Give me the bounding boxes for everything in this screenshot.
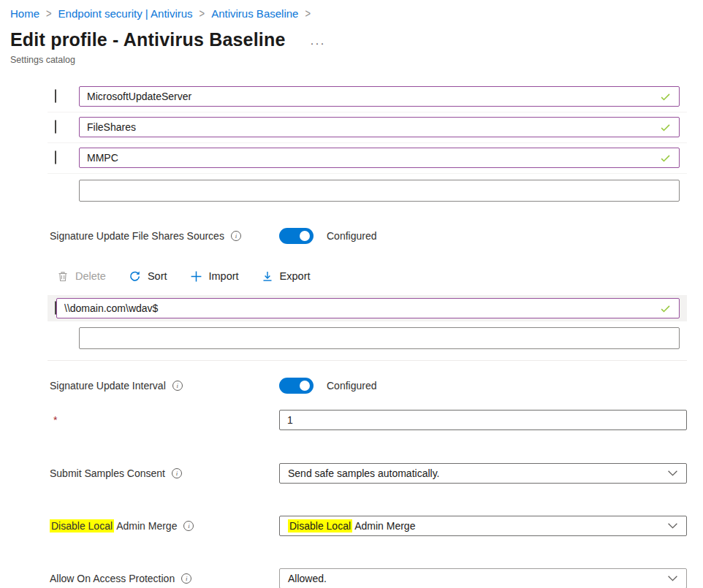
export-label: Export xyxy=(280,270,311,282)
interval-value: 1 xyxy=(287,414,293,426)
new-share-input[interactable] xyxy=(79,327,680,349)
valid-check-icon xyxy=(659,152,672,164)
info-icon[interactable]: i xyxy=(181,573,191,584)
search-highlight: Disable Local xyxy=(50,519,114,532)
setting-label: Disable Local Admin Merge xyxy=(50,520,177,532)
submit-samples-setting: Submit Samples Consent i Send safe sampl… xyxy=(48,463,687,484)
share-input[interactable]: \\domain.com\wdav$ xyxy=(56,298,680,318)
download-icon xyxy=(262,270,273,283)
chevron-down-icon xyxy=(667,520,678,532)
delete-label: Delete xyxy=(75,270,106,282)
share-value: \\domain.com\wdav$ xyxy=(64,302,653,314)
list-item: FileShares xyxy=(48,112,687,143)
on-access-protection-dropdown[interactable]: Allowed. xyxy=(279,568,687,588)
import-button[interactable]: Import xyxy=(190,270,239,283)
chevron-down-icon xyxy=(667,467,678,479)
valid-check-icon xyxy=(659,302,672,315)
valid-check-icon xyxy=(659,121,672,134)
on-access-protection-setting: Allow On Access Protection i Allowed. xyxy=(48,568,687,588)
edit-profile-page: Home > Endpoint security | Antivirus > A… xyxy=(0,0,703,588)
setting-label: Signature Update Interval xyxy=(50,380,166,392)
breadcrumb-home[interactable]: Home xyxy=(10,7,39,20)
plus-icon xyxy=(190,270,202,283)
disable-local-admin-merge-setting: Disable Local Admin Merge i Disable Loca… xyxy=(48,516,687,536)
file-shares-sources-setting: Signature Update File Shares Sources i C… xyxy=(48,228,687,244)
export-button[interactable]: Export xyxy=(262,270,311,283)
toggle-state-label: Configured xyxy=(327,230,377,242)
list-item-selected: \\domain.com\wdav$ xyxy=(48,295,687,321)
search-highlight: Disable Local xyxy=(288,519,352,532)
breadcrumb-endpoint-security[interactable]: Endpoint security | Antivirus xyxy=(58,7,193,20)
list-item-empty xyxy=(48,174,687,207)
configured-toggle[interactable] xyxy=(279,228,314,244)
toggle-state-label: Configured xyxy=(327,380,377,392)
selected-option: Disable Local Admin Merge xyxy=(288,520,415,532)
info-icon[interactable]: i xyxy=(172,381,183,391)
source-input[interactable]: MMPC xyxy=(79,148,680,168)
interval-value-row: * 1 xyxy=(48,410,687,430)
sort-button[interactable]: Sort xyxy=(129,270,167,283)
info-icon[interactable]: i xyxy=(231,231,241,241)
selected-option: Send safe samples automatically. xyxy=(288,467,440,479)
section-divider xyxy=(48,360,687,361)
submit-samples-dropdown[interactable]: Send safe samples automatically. xyxy=(279,463,687,484)
selected-option: Allowed. xyxy=(288,573,327,584)
more-menu-ellipsis-icon[interactable]: ··· xyxy=(311,37,326,49)
source-value: MMPC xyxy=(87,152,653,164)
chevron-down-icon xyxy=(667,573,678,584)
configured-toggle[interactable] xyxy=(279,378,314,394)
source-input[interactable]: MicrosoftUpdateServer xyxy=(79,86,680,107)
trash-icon xyxy=(57,270,69,283)
valid-check-icon xyxy=(659,91,672,103)
source-value: FileShares xyxy=(87,121,653,133)
setting-label: Submit Samples Consent xyxy=(50,467,165,479)
list-item: MicrosoftUpdateServer xyxy=(48,82,687,112)
row-checkbox[interactable] xyxy=(55,150,56,164)
breadcrumb-antivirus-baseline[interactable]: Antivirus Baseline xyxy=(211,7,298,20)
list-item: MMPC xyxy=(48,143,687,174)
signature-sources-list: MicrosoftUpdateServer FileShares xyxy=(48,82,687,207)
list-toolbar: Delete Sort Import xyxy=(48,267,687,286)
page-header: Home > Endpoint security | Antivirus > A… xyxy=(0,0,703,65)
file-shares-list: \\domain.com\wdav$ xyxy=(48,295,687,349)
required-asterisk: * xyxy=(48,414,279,426)
breadcrumb-chevron-icon: > xyxy=(200,7,205,20)
setting-label: Allow On Access Protection xyxy=(50,573,175,584)
page-title: Edit profile - Antivirus Baseline xyxy=(10,29,286,50)
source-value: MicrosoftUpdateServer xyxy=(87,91,653,102)
row-checkbox[interactable] xyxy=(55,89,56,103)
interval-input[interactable]: 1 xyxy=(279,410,687,430)
breadcrumb: Home > Endpoint security | Antivirus > A… xyxy=(10,7,693,20)
row-checkbox[interactable] xyxy=(55,120,56,134)
source-input[interactable]: FileShares xyxy=(79,117,680,137)
import-label: Import xyxy=(209,270,239,282)
new-source-input[interactable] xyxy=(79,180,680,202)
breadcrumb-chevron-icon: > xyxy=(46,7,52,20)
delete-button[interactable]: Delete xyxy=(57,270,106,283)
sort-refresh-icon xyxy=(129,270,141,283)
setting-label: Signature Update File Shares Sources xyxy=(50,230,224,242)
disable-local-admin-merge-dropdown[interactable]: Disable Local Admin Merge xyxy=(279,516,687,536)
page-subtitle: Settings catalog xyxy=(10,55,693,65)
info-icon[interactable]: i xyxy=(172,468,182,478)
update-interval-setting: Signature Update Interval i Configured xyxy=(48,378,687,394)
breadcrumb-chevron-icon: > xyxy=(305,7,311,20)
sort-label: Sort xyxy=(148,270,167,282)
info-icon[interactable]: i xyxy=(183,521,194,531)
